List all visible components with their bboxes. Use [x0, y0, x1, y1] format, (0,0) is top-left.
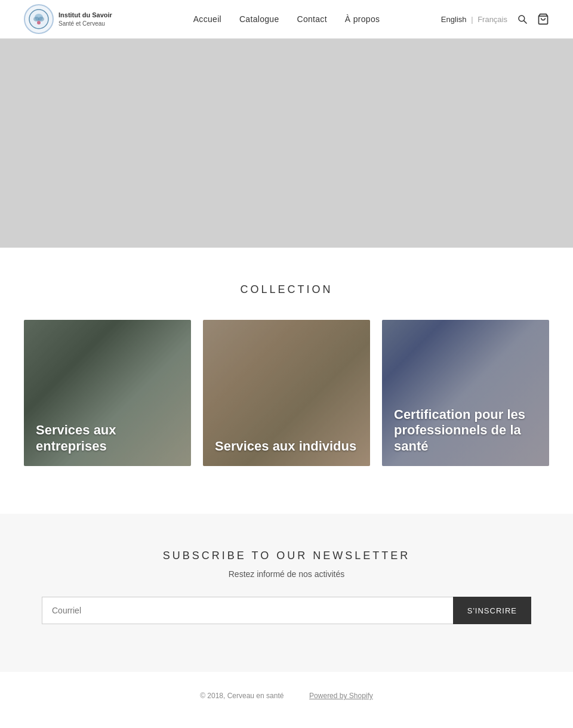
svg-line-6 — [524, 21, 527, 24]
hero-section — [0, 39, 573, 248]
cart-icon — [537, 13, 549, 25]
main-nav: Accueil Catalogue Contact À propos — [193, 14, 380, 24]
nav-contact[interactable]: Contact — [297, 14, 326, 24]
newsletter-section: SUBSCRIBE TO OUR NEWSLETTER Restez infor… — [0, 514, 573, 672]
header-right: English | Français — [441, 13, 549, 25]
card-entreprises[interactable]: Services aux entreprises — [24, 320, 191, 466]
footer: © 2018, Cerveau en santé Powered by Shop… — [0, 672, 573, 718]
footer-copyright: © 2018, Cerveau en santé — [200, 692, 284, 700]
card-overlay-1: Services aux entreprises — [24, 320, 191, 466]
collection-title: COLLECTION — [24, 283, 549, 296]
search-icon — [517, 14, 528, 24]
search-button[interactable] — [517, 14, 528, 24]
footer-divider — [291, 690, 302, 700]
logo-link[interactable]: Institut du Savoir Santé et Cerveau — [24, 4, 112, 34]
lang-separator: | — [471, 15, 473, 24]
card-overlay-3: Certification pour les professionnels de… — [382, 320, 549, 466]
cart-button[interactable] — [537, 13, 549, 25]
card-individus[interactable]: Services aux individus — [203, 320, 370, 466]
language-selector: English | Français — [441, 15, 507, 24]
logo-icon — [24, 4, 54, 34]
nav-accueil[interactable]: Accueil — [193, 14, 221, 24]
card-label-2: Services aux individus — [215, 439, 356, 454]
lang-francais[interactable]: Français — [478, 15, 507, 24]
svg-point-3 — [38, 17, 44, 21]
lang-english[interactable]: English — [441, 15, 467, 24]
newsletter-subtitle: Restez informé de nos activités — [24, 569, 549, 579]
newsletter-form: S'INSCRIRE — [42, 597, 531, 624]
cards-grid: Services aux entreprises Services aux in… — [24, 320, 549, 466]
svg-point-4 — [37, 21, 41, 24]
nav-apropos[interactable]: À propos — [345, 14, 380, 24]
card-overlay-2: Services aux individus — [203, 320, 370, 466]
logo-text: Institut du Savoir Santé et Cerveau — [58, 11, 112, 27]
svg-point-5 — [519, 16, 525, 21]
card-certification[interactable]: Certification pour les professionnels de… — [382, 320, 549, 466]
footer-shopify-link[interactable]: Powered by Shopify — [309, 692, 373, 700]
newsletter-title: SUBSCRIBE TO OUR NEWSLETTER — [24, 550, 549, 562]
card-label-1: Services aux entreprises — [36, 422, 179, 454]
card-label-3: Certification pour les professionnels de… — [394, 407, 537, 454]
collection-section: COLLECTION Services aux entreprises Serv… — [0, 248, 573, 514]
newsletter-email-input[interactable] — [42, 597, 453, 624]
header: Institut du Savoir Santé et Cerveau Accu… — [0, 0, 573, 39]
nav-catalogue[interactable]: Catalogue — [239, 14, 279, 24]
newsletter-submit-button[interactable]: S'INSCRIRE — [453, 597, 531, 624]
